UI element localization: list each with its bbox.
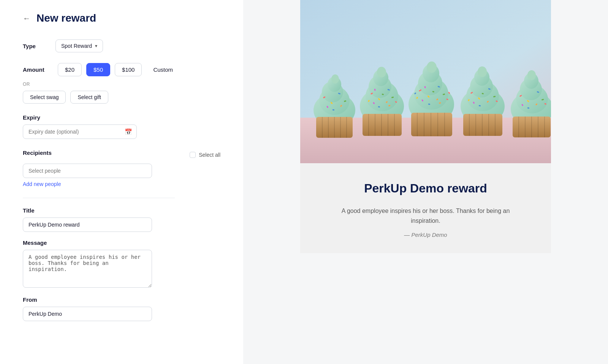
preview-card-message: A good employee inspires his or her boss… xyxy=(338,206,513,225)
recipients-label: Recipients xyxy=(23,150,52,156)
section-divider xyxy=(23,198,175,198)
from-input[interactable] xyxy=(23,307,152,321)
amount-row: Amount $20 $50 $100 Custom xyxy=(23,63,220,76)
type-value: Spot Reward xyxy=(61,43,92,49)
message-label: Message xyxy=(23,240,220,246)
select-people-input[interactable] xyxy=(23,164,152,178)
select-all-label: Select all xyxy=(199,152,220,158)
svg-point-47 xyxy=(427,61,437,73)
svg-point-72 xyxy=(478,66,487,77)
amount-custom-button[interactable]: Custom xyxy=(146,63,180,76)
cupcake-illustration xyxy=(300,0,551,163)
back-arrow-icon: ← xyxy=(23,14,30,23)
right-panel: PerkUp Demo reward A good employee inspi… xyxy=(243,0,608,364)
title-section: Title xyxy=(23,207,220,232)
amount-section: Amount $20 $50 $100 Custom OR Select swa… xyxy=(23,63,220,104)
amount-label: Amount xyxy=(23,66,53,73)
swag-gift-row: Select swag Select gift xyxy=(23,91,220,104)
from-label: From xyxy=(23,296,220,303)
calendar-icon: 📅 xyxy=(125,128,132,136)
type-row: Type Spot Reward ▾ xyxy=(23,39,220,52)
type-dropdown[interactable]: Spot Reward ▾ xyxy=(55,39,103,52)
recipients-header: Recipients Select all xyxy=(23,150,220,160)
title-label: Title xyxy=(23,207,220,214)
amount-20-button[interactable]: $20 xyxy=(58,63,82,76)
preview-image xyxy=(300,0,551,163)
message-section: Message A good employee inspires his or … xyxy=(23,240,220,289)
expiry-label: Expiry xyxy=(23,114,220,121)
type-label: Type xyxy=(23,43,49,49)
add-people-link[interactable]: Add new people xyxy=(23,181,220,187)
expiry-section: Expiry 📅 xyxy=(23,114,220,139)
svg-point-24 xyxy=(377,67,386,77)
expiry-input[interactable] xyxy=(23,124,137,139)
header: ← New reward xyxy=(23,12,220,24)
left-panel: ← New reward Type Spot Reward ▾ Amount $… xyxy=(0,0,243,364)
preview-card: PerkUp Demo reward A good employee inspi… xyxy=(300,163,551,253)
message-textarea[interactable]: A good employee inspires his or her boss… xyxy=(23,250,152,288)
select-all-checkbox[interactable] xyxy=(190,152,196,158)
select-all-wrapper: Select all xyxy=(190,152,220,158)
svg-point-6 xyxy=(331,74,339,84)
expiry-input-wrapper: 📅 xyxy=(23,124,137,139)
select-gift-button[interactable]: Select gift xyxy=(70,91,108,104)
amount-50-button[interactable]: $50 xyxy=(86,63,110,76)
preview-card-from: — PerkUp Demo xyxy=(323,232,528,238)
from-section: From xyxy=(23,296,220,321)
svg-point-93 xyxy=(527,70,536,80)
amount-100-button[interactable]: $100 xyxy=(115,63,142,76)
recipients-section: Recipients Select all Add new people xyxy=(23,150,220,187)
title-input[interactable] xyxy=(23,217,152,232)
back-button[interactable]: ← xyxy=(23,14,30,23)
preview-card-title: PerkUp Demo reward xyxy=(323,181,528,195)
page-title: New reward xyxy=(36,12,96,24)
or-text: OR xyxy=(23,82,220,87)
chevron-down-icon: ▾ xyxy=(95,43,97,49)
select-swag-button[interactable]: Select swag xyxy=(23,91,66,104)
